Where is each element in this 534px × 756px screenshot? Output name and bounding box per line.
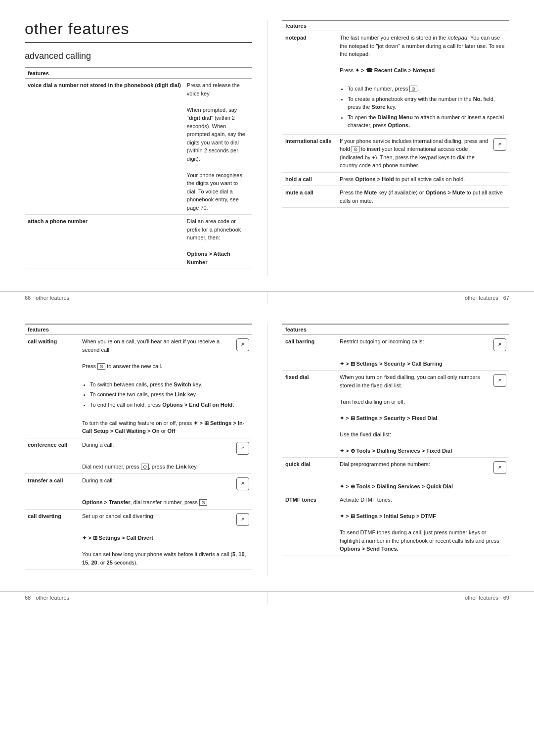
- advanced-calling-table-left: features voice dial a number not stored …: [25, 67, 252, 269]
- page-number-67: 67: [503, 295, 509, 301]
- feature-description: The last number you entered is stored in…: [337, 31, 509, 135]
- list-item: To call the number, press ⊙.: [348, 85, 506, 93]
- feature-label: call barring: [282, 335, 337, 371]
- table-row: call barring Restrict outgoing or incomi…: [282, 335, 509, 371]
- sim-icon: P: [236, 442, 249, 455]
- table-row: voice dial a number not stored in the ph…: [25, 79, 252, 215]
- spread-footer-1: 66 other features other features 67: [0, 291, 534, 304]
- feature-label: transfer a call: [25, 473, 79, 509]
- page-67: features notepad The last number you ent…: [267, 20, 534, 276]
- feature-description: When you're on a call, you'll hear an al…: [79, 335, 252, 438]
- feature-label: DTMF tones: [282, 493, 337, 556]
- table-row: fixed dial When you turn on fixed dialli…: [282, 371, 509, 458]
- feature-label: notepad: [282, 31, 337, 135]
- main-title: other features: [25, 20, 252, 38]
- table-header-left: features: [25, 68, 252, 79]
- feature-label: hold a call: [282, 172, 337, 186]
- page-69: features call barring Restrict outgoing …: [267, 324, 534, 576]
- page-number-66: 66: [25, 295, 31, 301]
- feature-label: conference call: [25, 438, 79, 473]
- table-header-69: features: [282, 324, 509, 335]
- feature-description: Activate DTMF tones: ✦ > ⊞ Settings > In…: [337, 493, 509, 556]
- table-row: international calls If your phone servic…: [282, 134, 509, 172]
- table-row: attach a phone number Dial an area code …: [25, 215, 252, 269]
- feature-description: Press Options > Hold to put all active c…: [337, 172, 509, 186]
- list-item: To open the Dialling Menu to attach a nu…: [348, 113, 506, 130]
- table-row: call diverting Set up or cancel call div…: [25, 509, 252, 569]
- list-item: To connect the two calls, press the Link…: [90, 390, 249, 399]
- list-item: To create a phonebook entry with the num…: [348, 95, 506, 111]
- feature-label: voice dial a number not stored in the ph…: [25, 79, 184, 215]
- table-header-right: features: [282, 20, 509, 31]
- spread-top: other features advanced calling features…: [0, 0, 534, 291]
- feature-label: call diverting: [25, 509, 79, 569]
- sim-icon: P: [493, 138, 506, 151]
- table-row: conference call During a call: P Dial ne…: [25, 438, 252, 473]
- table-row: mute a call Press the Mute key (if avail…: [282, 186, 509, 208]
- sim-icon: P: [236, 477, 249, 490]
- sim-icon: P: [236, 338, 249, 351]
- feature-description: Dial an area code or prefix for a phoneb…: [184, 215, 252, 269]
- feature-description: Set up or cancel call diverting: P ✦ > ⊞…: [79, 509, 252, 569]
- footer-text-67: other features: [465, 295, 498, 301]
- footer-page-66: 66 other features: [0, 292, 267, 304]
- sim-icon: P: [493, 338, 506, 351]
- advanced-calling-table-right: features notepad The last number you ent…: [282, 20, 509, 208]
- footer-page-69: other features 69: [267, 592, 534, 604]
- list-item: To switch between calls, press the Switc…: [90, 380, 249, 389]
- feature-description: When you turn on fixed dialling, you can…: [337, 371, 509, 458]
- features-table-68: features call waiting When you're on a c…: [25, 324, 252, 569]
- table-row: DTMF tones Activate DTMF tones: ✦ > ⊞ Se…: [282, 493, 509, 556]
- features-table-69: features call barring Restrict outgoing …: [282, 324, 509, 556]
- sim-icon: P: [493, 374, 506, 387]
- footer-text-68: other features: [36, 595, 69, 601]
- feature-label: fixed dial: [282, 371, 337, 458]
- feature-description: Dial preprogrammed phone numbers: P ✦ > …: [337, 458, 509, 493]
- section-title-advanced-calling: advanced calling: [25, 51, 252, 61]
- feature-description: Press and release the voice key. When pr…: [184, 79, 252, 215]
- feature-description: Restrict outgoing or incoming calls: P ✦…: [337, 335, 509, 371]
- footer-text-66: other features: [36, 295, 69, 301]
- table-header-68: features: [25, 324, 252, 335]
- table-row: quick dial Dial preprogrammed phone numb…: [282, 458, 509, 493]
- feature-description: During a call: P Options > Transfer, dia…: [79, 473, 252, 509]
- feature-label: call waiting: [25, 335, 79, 438]
- list-item: To end the call on hold, press Options >…: [90, 401, 249, 409]
- table-row: transfer a call During a call: P Options…: [25, 473, 252, 509]
- page-spread: other features advanced calling features…: [0, 0, 534, 604]
- page-number-68: 68: [25, 595, 31, 601]
- feature-label: international calls: [282, 134, 337, 172]
- spread-bottom: features call waiting When you're on a c…: [0, 304, 534, 591]
- page-68: features call waiting When you're on a c…: [0, 324, 267, 576]
- footer-page-68: 68 other features: [0, 592, 267, 604]
- footer-text-69: other features: [465, 595, 498, 601]
- table-row: hold a call Press Options > Hold to put …: [282, 172, 509, 186]
- feature-label: quick dial: [282, 458, 337, 493]
- sim-icon: P: [493, 461, 506, 474]
- feature-label: mute a call: [282, 186, 337, 208]
- page-66: other features advanced calling features…: [0, 20, 267, 276]
- table-row: call waiting When you're on a call, you'…: [25, 335, 252, 438]
- title-divider: [25, 42, 252, 43]
- feature-label: attach a phone number: [25, 215, 184, 269]
- feature-description: Press the Mute key (if available) or Opt…: [337, 186, 509, 208]
- spread-footer-2: 68 other features other features 69: [0, 591, 534, 604]
- feature-description: During a call: P Dial next number, press…: [79, 438, 252, 473]
- footer-page-67: other features 67: [267, 292, 534, 304]
- page-number-69: 69: [503, 595, 509, 601]
- feature-description: If your phone service includes internati…: [337, 134, 509, 172]
- sim-icon: P: [236, 513, 249, 526]
- table-row: notepad The last number you entered is s…: [282, 31, 509, 135]
